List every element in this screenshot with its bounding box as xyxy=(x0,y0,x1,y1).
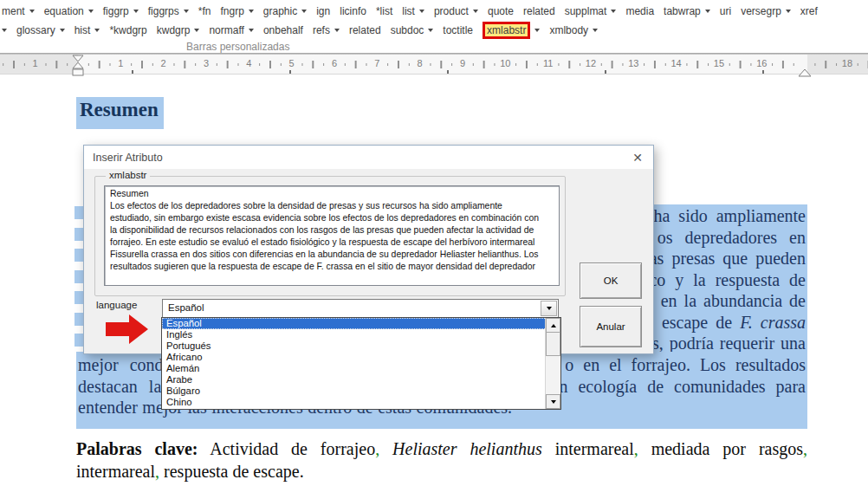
language-option[interactable]: Español xyxy=(162,318,560,329)
text-segment: os depredadores en xyxy=(657,228,806,247)
toolbar-item-figgrps[interactable]: figgrps xyxy=(148,5,189,17)
toolbar-item-media[interactable]: media xyxy=(625,5,654,17)
text-segment: n ecología de comunidades para xyxy=(559,377,806,396)
toolbar-item-xref[interactable]: xref xyxy=(800,5,818,17)
ruler-number: 6 xyxy=(332,58,337,68)
toolbar-item-subdoc[interactable]: subdoc xyxy=(391,24,434,36)
language-option[interactable]: Arabe xyxy=(162,374,560,386)
dropdown-arrow-icon xyxy=(94,29,100,32)
toolbar-item-kwdgrp[interactable]: *kwdgrp xyxy=(109,24,146,36)
right-indent-marker[interactable] xyxy=(798,65,812,81)
ruler-number: 4 xyxy=(246,58,251,68)
toolbar-item-product[interactable]: product xyxy=(434,5,478,17)
keywords-paragraph[interactable]: Palabras clave: Actividad de forrajeo, H… xyxy=(76,437,807,483)
toolbar-item-refs[interactable]: refs xyxy=(313,24,340,36)
right-indent-icon xyxy=(798,68,812,77)
language-option[interactable]: Portugués xyxy=(162,340,560,352)
ok-button[interactable]: OK xyxy=(580,262,642,299)
toolbar-item-xmlbody[interactable]: xmlbody xyxy=(549,24,598,36)
tab-stop-tick xyxy=(605,70,606,74)
toolbar-item-label: ign xyxy=(316,5,330,17)
keywords-line-2: intermareal, respuesta de escape. xyxy=(76,460,807,483)
ruler-number: 8 xyxy=(418,58,423,68)
language-option[interactable]: Alemán xyxy=(162,363,560,374)
toolbar-item-ign[interactable]: ign xyxy=(316,5,330,17)
ruler-ticks: 11234567891011121314151618 xyxy=(0,55,868,74)
abstract-line: resultados sugieren que la respuesta de … xyxy=(110,261,554,273)
toolbar-item-toctitle[interactable]: toctitle xyxy=(443,24,473,36)
toolbar-item-label: media xyxy=(625,5,654,17)
highlight-sliver xyxy=(74,291,83,304)
combobox-dropdown-button[interactable] xyxy=(541,301,557,316)
abstract-textbox[interactable]: ResumenLos efectos de los depredadores s… xyxy=(104,185,560,286)
toolbar-item-supplmat[interactable]: supplmat xyxy=(565,5,617,17)
horizontal-ruler: 11234567891011121314151618 xyxy=(0,55,868,75)
indent-marker-icon xyxy=(72,55,85,78)
toolbar-item-tabwrap[interactable]: tabwrap xyxy=(664,5,710,17)
text-segment: co y la respuesta de xyxy=(649,270,806,289)
language-option[interactable]: Africano xyxy=(162,352,560,363)
toolbar-group-label: Barras personalizadas xyxy=(186,41,289,53)
text-segment: destacan la xyxy=(78,377,161,396)
red-arrow-annotation xyxy=(106,314,150,348)
toolbar-item-normaff[interactable]: normaff xyxy=(209,24,253,36)
language-option[interactable]: Inglés xyxy=(162,329,560,340)
keywords-line-1: Palabras clave: Actividad de forrajeo, H… xyxy=(76,437,807,460)
dropdown-arrow-icon xyxy=(29,10,35,13)
scrollbar-thumb[interactable] xyxy=(546,332,560,356)
toolbar-item-hist[interactable]: hist xyxy=(74,24,100,36)
toolbar-item-equation[interactable]: equation xyxy=(44,5,94,17)
scrollbar-down-button[interactable] xyxy=(546,394,560,409)
toolbar-item-label: refs xyxy=(313,24,330,36)
toolbar-item-list[interactable]: *list xyxy=(376,5,392,17)
toolbar-item-fngrp[interactable]: fngrp xyxy=(220,5,253,17)
toolbar-item-fn[interactable]: *fn xyxy=(198,5,211,17)
toolbar-item-versegrp[interactable]: versegrp xyxy=(741,5,791,17)
cancel-button[interactable]: Anular xyxy=(580,306,642,347)
toolbar-item-figgrp[interactable]: figgrp xyxy=(103,5,139,17)
toolbar-row-2: glossaryhist*kwdgrpkwdgrpnormaffonbehalf… xyxy=(2,22,598,39)
ruler-number: 2 xyxy=(161,58,166,68)
abstract-line: la disponibilidad de recursos relacionad… xyxy=(110,224,554,237)
toolbar-item-graphic[interactable]: graphic xyxy=(263,5,307,17)
toolbar-item-onbehalf[interactable]: onbehalf xyxy=(263,24,303,36)
language-combobox[interactable]: Español xyxy=(162,299,559,318)
highlighted-paragraph-right[interactable]: ha sido ampliamenteos depredadores enas … xyxy=(651,204,807,352)
toolbar-item-label: xref xyxy=(800,5,818,17)
close-icon[interactable]: ✕ xyxy=(629,149,646,166)
ruler-number: 12 xyxy=(586,58,596,68)
tab-stop-tick xyxy=(447,70,449,74)
toolbar-item-licinfo[interactable]: licinfo xyxy=(340,5,366,17)
toolbar-item-label: onbehalf xyxy=(263,24,303,36)
toolbar-item-uri[interactable]: uri xyxy=(720,5,731,17)
dropdown-arrow-icon xyxy=(2,29,7,32)
list-scrollbar[interactable] xyxy=(545,318,560,409)
toolbar-item-ment[interactable]: ment xyxy=(2,5,35,17)
language-option[interactable]: Búlgaro xyxy=(162,386,560,397)
toolbar-item-related[interactable]: related xyxy=(349,24,381,36)
dropdown-arrow-icon xyxy=(534,29,540,32)
toolbar-item-dropdown[interactable] xyxy=(2,29,7,32)
highlight-sliver xyxy=(74,270,83,283)
dropdown-arrow-icon xyxy=(593,29,598,32)
toolbar-item-quote[interactable]: quote xyxy=(488,5,514,17)
toolbar-item-list[interactable]: list xyxy=(402,5,424,17)
toolbar-item-label: product xyxy=(434,5,469,17)
dialog-title-bar[interactable]: Inserir Atributo ✕ xyxy=(84,146,653,169)
scrollbar-up-button[interactable] xyxy=(546,318,560,333)
toolbar-item-glossary[interactable]: glossary xyxy=(16,24,65,36)
dropdown-arrow-icon xyxy=(184,10,189,13)
abstract-line: Resumen xyxy=(110,188,554,200)
toolbar-item-label: equation xyxy=(44,5,84,17)
toolbar-item-kwdgrp[interactable]: kwdgrp xyxy=(157,24,200,36)
language-label: language xyxy=(96,300,137,310)
abstract-line: forrajeo. En este estudio se evaluó el e… xyxy=(110,237,554,249)
language-option[interactable]: Chino xyxy=(162,397,560,408)
toolbar-item-xmlabstr[interactable]: xmlabstr xyxy=(483,24,540,36)
toolbar-item-label: fngrp xyxy=(220,5,243,17)
text-segment: mediada por rasgos xyxy=(638,439,803,458)
dropdown-arrow-icon xyxy=(419,10,424,13)
text-segment: mejor cond xyxy=(78,355,164,374)
left-indent-marker[interactable] xyxy=(72,55,85,81)
toolbar-item-related[interactable]: related xyxy=(523,5,555,17)
